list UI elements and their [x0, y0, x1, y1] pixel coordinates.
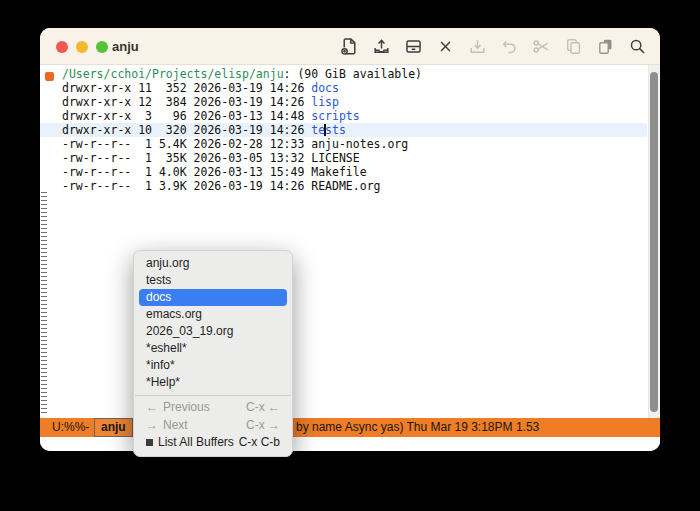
- dired-entry-docs: drwxr-xr-x 11 352 2026-03-19 14:26 docs: [40, 81, 647, 95]
- menu-item-help[interactable]: *Help*: [134, 374, 292, 391]
- dired-filename-makefile[interactable]: Makefile: [311, 165, 366, 179]
- mode-line-flags: U:%%-: [52, 420, 89, 434]
- directory-path[interactable]: /Users/cchoi/Projects/elisp/anju: [62, 67, 284, 81]
- save-icon: [468, 37, 487, 56]
- toolbar: [340, 37, 647, 56]
- entry-attributes: drwxr-xr-x 3 96 2026-03-13 14:48: [62, 109, 311, 123]
- entry-attributes: drwxr-xr-x 12 384 2026-03-19 14:26: [62, 95, 311, 109]
- list-icon: [146, 439, 153, 446]
- scrollbar-thumb[interactable]: [650, 72, 658, 412]
- empty-lines-fringe-indicator: [41, 192, 47, 416]
- close-buffer-button[interactable]: [436, 37, 455, 56]
- menu-item-2026-03-19-org[interactable]: 2026_03_19.org: [134, 323, 292, 340]
- paste-button: [596, 37, 615, 56]
- dired-filename-lisp[interactable]: lisp: [311, 95, 339, 109]
- menu-item-docs-selected[interactable]: docs: [139, 289, 287, 306]
- menu-item-previous: ←Previous C-x ←: [134, 399, 292, 417]
- disk-space-note: : (90 GiB available): [284, 67, 422, 81]
- mode-line-buffer-name[interactable]: anju: [94, 418, 133, 437]
- entry-attributes: -rw-r--r-- 1 5.4K 2026-02-28 12:33: [62, 137, 311, 151]
- dired-filename-docs[interactable]: docs: [311, 81, 339, 95]
- fullscreen-window-button[interactable]: [96, 41, 108, 53]
- dired-button[interactable]: [404, 37, 423, 56]
- close-buffer-icon: [436, 37, 455, 56]
- save-button: [468, 37, 487, 56]
- menu-separator: [135, 395, 291, 396]
- dired-filename-anju-notes[interactable]: anju-notes.org: [311, 137, 408, 151]
- open-file-icon: [372, 37, 391, 56]
- dired-entry-license: -rw-r--r-- 1 35K 2026-03-05 13:32 LICENS…: [40, 151, 647, 165]
- menu-item-anju-org[interactable]: anju.org: [134, 255, 292, 272]
- minimize-window-button[interactable]: [76, 41, 88, 53]
- menu-item-list-all-buffers[interactable]: List All Buffers C-x C-b: [134, 434, 292, 452]
- dired-filename-tests[interactable]: sts: [325, 123, 346, 137]
- cut-icon: [532, 37, 551, 56]
- copy-icon: [564, 37, 583, 56]
- buffer-lines: /Users/cchoi/Projects/elisp/anju: (90 Gi…: [40, 67, 647, 193]
- dired-entry-lisp: drwxr-xr-x 12 384 2026-03-19 14:26 lisp: [40, 95, 647, 109]
- entry-attributes: drwxr-xr-x 10 320 2026-03-19 14:26: [62, 123, 311, 137]
- cut-button: [532, 37, 551, 56]
- paste-icon: [596, 37, 615, 56]
- entry-attributes: -rw-r--r-- 1 35K 2026-03-05 13:32: [62, 151, 311, 165]
- open-file-button[interactable]: [372, 37, 391, 56]
- search-icon: [628, 37, 647, 56]
- menu-shortcut: C-x ←: [246, 399, 280, 417]
- entry-attributes: -rw-r--r-- 1 3.9K 2026-03-19 14:26: [62, 179, 311, 193]
- arrow-right-icon: →: [146, 417, 158, 435]
- menu-item-label: List All Buffers: [158, 434, 234, 452]
- buffer-menu-popup: anju.org tests docs emacs.org 2026_03_19…: [133, 250, 293, 457]
- menu-item-next: →Next C-x →: [134, 417, 292, 435]
- menu-item-emacs-org[interactable]: emacs.org: [134, 306, 292, 323]
- arrow-left-icon: ←: [146, 399, 158, 417]
- dired-entry-readme: -rw-r--r-- 1 3.9K 2026-03-19 14:26 READM…: [40, 179, 647, 193]
- menu-item-tests[interactable]: tests: [134, 272, 292, 289]
- dired-folder-icon: [404, 37, 423, 56]
- new-file-button[interactable]: [340, 37, 359, 56]
- dired-filename-readme[interactable]: README.org: [311, 179, 380, 193]
- traffic-lights: [56, 41, 108, 53]
- menu-item-info[interactable]: *info*: [134, 357, 292, 374]
- dired-filename-scripts[interactable]: scripts: [311, 109, 359, 123]
- window-title: anju: [112, 39, 139, 54]
- titlebar: anju: [40, 28, 660, 65]
- scrollbar-track[interactable]: [648, 65, 660, 418]
- dired-filename-tests[interactable]: te: [311, 123, 325, 137]
- search-button[interactable]: [628, 37, 647, 56]
- dired-header-line: /Users/cchoi/Projects/elisp/anju: (90 Gi…: [40, 67, 647, 81]
- dired-entry-anju-notes: -rw-r--r-- 1 5.4K 2026-02-28 12:33 anju-…: [40, 137, 647, 151]
- menu-item-label: Next: [163, 417, 188, 435]
- undo-button: [500, 37, 519, 56]
- menu-item-label: Previous: [163, 399, 210, 417]
- menu-shortcut: C-x C-b: [239, 434, 280, 452]
- dired-entry-tests-current-line: drwxr-xr-x 10 320 2026-03-19 14:26 tests: [40, 123, 647, 137]
- dired-filename-license[interactable]: LICENSE: [311, 151, 359, 165]
- entry-attributes: drwxr-xr-x 11 352 2026-03-19 14:26: [62, 81, 311, 95]
- menu-item-eshell[interactable]: *eshell*: [134, 340, 292, 357]
- menu-shortcut: C-x →: [246, 417, 280, 435]
- copy-button: [564, 37, 583, 56]
- close-window-button[interactable]: [56, 41, 68, 53]
- dired-entry-makefile: -rw-r--r-- 1 4.0K 2026-03-13 15:49 Makef…: [40, 165, 647, 179]
- dired-entry-scripts: drwxr-xr-x 3 96 2026-03-13 14:48 scripts: [40, 109, 647, 123]
- mode-line-status: by name Async yas) Thu Mar 19 3:18PM 1.5…: [296, 420, 539, 434]
- entry-attributes: -rw-r--r-- 1 4.0K 2026-03-13 15:49: [62, 165, 311, 179]
- new-file-icon: [340, 37, 359, 56]
- undo-icon: [500, 37, 519, 56]
